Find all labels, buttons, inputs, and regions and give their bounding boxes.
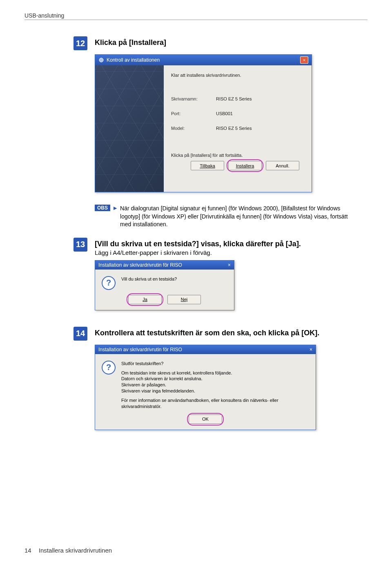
value-printer-name: RISO EZ 5 Series [216, 96, 252, 101]
finish-dialog-titlebar: Installation av skrivardrivrutin för RIS… [95, 345, 316, 354]
yes-button[interactable]: Ja [128, 295, 162, 304]
obs-note: OBS ▶ När dialogrutan [Digital signatur … [95, 205, 355, 229]
step-12-heading: Klicka på [Installera] [95, 36, 166, 47]
svg-point-0 [99, 58, 103, 62]
cancel-button[interactable]: Annull. [266, 161, 299, 170]
install-dialog-content: Klar att installera skrivardrivrutinen. … [164, 65, 312, 192]
installer-side-graphic [95, 65, 164, 192]
finish-l5: För mer information se användarhandboken… [121, 397, 309, 410]
label-model: Model: [171, 126, 216, 131]
value-model: RISO EZ 5 Series [216, 126, 252, 131]
header-rule [24, 20, 368, 20]
section-header: USB-anslutning [24, 12, 368, 19]
footer-text: Installera skrivardrivrutinen [39, 547, 112, 554]
label-port: Port: [171, 111, 216, 116]
obs-text: När dialogrutan [Digital signatur ej fun… [120, 205, 355, 229]
step-13: 13 [Vill du skriva ut en testsida?] visa… [74, 238, 355, 256]
finish-l3: Skrivaren är påslagen. [121, 382, 309, 388]
no-button[interactable]: Nej [167, 295, 201, 304]
step-12: 12 Klicka på [Installera] [74, 36, 355, 50]
installer-icon [98, 57, 104, 63]
question-icon: ? [102, 361, 116, 375]
install-dialog-body: Klar att installera skrivardrivrutinen. … [95, 65, 312, 192]
obs-tag: OBS [95, 205, 110, 211]
close-icon[interactable]: × [228, 262, 231, 268]
install-dialog-title: Kontroll av installationen [98, 57, 160, 63]
install-button[interactable]: Installera [228, 161, 262, 170]
step-number-box: 14 [74, 327, 87, 341]
install-dialog-buttons: Tillbaka Installera Annull. [171, 158, 304, 175]
testpage-dialog: Installation av skrivardrivrutin för RIS… [95, 260, 234, 310]
step-13-sub: Lägg i A4/Letter-papper i skrivaren i fö… [95, 249, 301, 256]
finish-l1: Om testsidan inte skrevs ut korrekt, kon… [121, 370, 309, 376]
install-dialog-titlebar: Kontroll av installationen × [95, 55, 312, 65]
finish-dialog-text: Slutför testutskriften? Om testsidan int… [121, 361, 309, 410]
finish-q: Slutför testutskriften? [121, 361, 309, 367]
step-number-box: 12 [74, 36, 87, 50]
finish-l2: Datorn och skrivaren är korrekt anslutna… [121, 376, 309, 382]
step-14: 14 Kontrollera att testutskriften är som… [74, 327, 355, 341]
testpage-question: Vill du skriva ut en testsida? [121, 276, 177, 290]
step-14-heading: Kontrollera att testutskriften är som de… [95, 327, 319, 337]
page-number: 14 [24, 547, 31, 554]
install-intro-text: Klar att installera skrivardrivrutinen. [171, 73, 304, 78]
install-hint-text: Klicka på [Installera] för att fortsätta… [171, 153, 304, 158]
step-13-heading: [Vill du skriva ut en testsida?] visas, … [95, 238, 301, 248]
install-dialog: Kontroll av installationen × Klar att in… [95, 54, 312, 192]
page-footer: 14 Installera skrivardrivrutinen [24, 547, 112, 554]
testpage-dialog-title-text: Installation av skrivardrivrutin för RIS… [98, 262, 182, 268]
finish-l4: Skrivaren visar inga felmeddelanden. [121, 388, 309, 394]
close-icon[interactable]: × [300, 56, 308, 64]
finish-dialog-title-text: Installation av skrivardrivrutin för RIS… [98, 347, 182, 352]
close-icon[interactable]: × [310, 347, 312, 352]
step-number-box: 13 [74, 238, 87, 252]
ok-button[interactable]: OK [189, 415, 222, 424]
label-printer-name: Skrivarnamn: [171, 96, 216, 101]
install-dialog-title-text: Kontroll av installationen [107, 57, 160, 63]
finish-dialog: Installation av skrivardrivrutin för RIS… [95, 345, 316, 430]
chevron-right-icon: ▶ [114, 205, 117, 211]
value-port: USB001 [216, 111, 233, 116]
testpage-dialog-titlebar: Installation av skrivardrivrutin för RIS… [95, 261, 234, 270]
question-icon: ? [102, 276, 116, 290]
back-button[interactable]: Tillbaka [191, 161, 224, 170]
